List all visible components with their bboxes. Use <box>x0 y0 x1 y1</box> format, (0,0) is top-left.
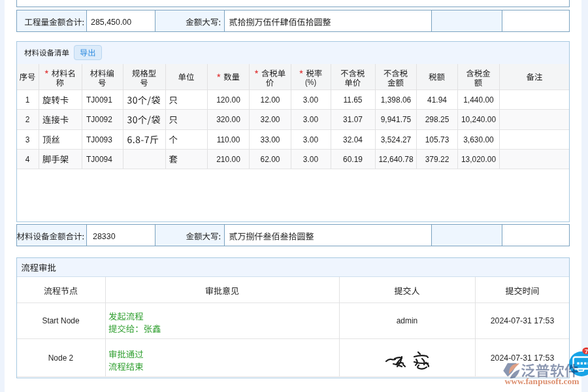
svg-text:7: 7 <box>585 348 588 355</box>
